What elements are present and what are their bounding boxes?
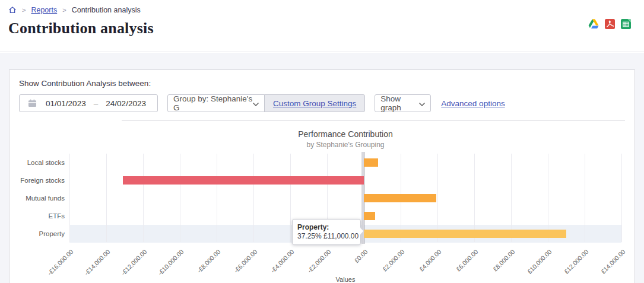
date-range-input[interactable]: 01/01/2023 – 24/02/2023 xyxy=(19,94,158,112)
chart-tooltip: Property: 37.25% £11,000.00 xyxy=(292,219,361,245)
gridline xyxy=(69,154,70,242)
group-by-value: Group by: Stephanie's G xyxy=(173,94,253,112)
gridline xyxy=(621,154,622,242)
section-divider xyxy=(122,120,625,120)
chart-canvas: Local stocksForeign stocksMutual fundsET… xyxy=(19,154,625,283)
chevron-down-icon xyxy=(419,99,425,108)
bar-property[interactable] xyxy=(364,230,566,238)
show-graph-value: Show graph xyxy=(380,94,419,112)
gridline xyxy=(511,154,512,242)
contribution-chart: Performance Contribution by Stephanie's … xyxy=(19,129,625,283)
category-label: ETFs xyxy=(19,207,65,225)
category-label: Foreign stocks xyxy=(19,171,65,189)
category-label: Property xyxy=(19,225,65,243)
breadcrumb-separator: > xyxy=(22,7,26,14)
page-header: > Reports > Contribution analysis Contri… xyxy=(0,0,644,52)
group-by-select[interactable]: Group by: Stephanie's G xyxy=(167,94,265,112)
gridline xyxy=(180,154,180,242)
date-to-value[interactable]: 24/02/2023 xyxy=(99,99,153,108)
value-axis: -£16,000.00-£14,000.00-£12,000.00-£10,00… xyxy=(69,243,621,276)
gridline xyxy=(253,154,254,242)
content-area: Show Contribution Analysis between: 01/0… xyxy=(0,53,644,283)
gridline xyxy=(437,154,438,242)
tooltip-value: 37.25% £11,000.00 xyxy=(297,232,356,240)
pdf-export-icon[interactable] xyxy=(604,18,615,29)
contribution-analysis-page: > Reports > Contribution analysis Contri… xyxy=(0,0,644,283)
show-graph-select[interactable]: Show graph xyxy=(375,94,431,112)
calendar-icon xyxy=(28,99,37,107)
gridline xyxy=(106,154,107,242)
gridline xyxy=(217,154,217,242)
date-from-value[interactable]: 01/01/2023 xyxy=(39,99,93,108)
x-axis-title: Values xyxy=(69,276,621,283)
gridline xyxy=(474,154,475,242)
breadcrumb-current: Contribution analysis xyxy=(72,6,141,14)
category-label: Local stocks xyxy=(19,154,65,171)
category-label: Mutual funds xyxy=(19,189,65,207)
breadcrumb-link-reports[interactable]: Reports xyxy=(31,6,57,14)
page-title: Contribution analysis xyxy=(8,20,636,37)
spreadsheet-export-icon[interactable] xyxy=(620,18,631,29)
bar-mutual-funds[interactable] xyxy=(364,194,436,202)
gridline xyxy=(143,154,144,242)
date-range-separator: – xyxy=(93,99,100,108)
chart-plot-area: Property: 37.25% £11,000.00 xyxy=(69,154,621,243)
filter-toolbar: 01/01/2023 – 24/02/2023 Group by: Stepha… xyxy=(19,94,625,112)
gridline xyxy=(548,154,548,242)
home-icon[interactable] xyxy=(8,6,17,14)
bar-local-stocks[interactable] xyxy=(364,158,378,167)
export-toolbar xyxy=(588,18,631,29)
chart-subtitle: by Stephanie's Grouping xyxy=(69,141,621,149)
bar-foreign-stocks[interactable] xyxy=(123,176,364,185)
bar-etfs[interactable] xyxy=(364,212,375,220)
x-tick-label: -£16,000.00 xyxy=(27,248,74,283)
custom-group-settings-button[interactable]: Custom Group Settings xyxy=(264,94,365,112)
report-card: Show Contribution Analysis between: 01/0… xyxy=(9,69,635,283)
breadcrumb-separator: > xyxy=(62,7,66,14)
chart-title: Performance Contribution xyxy=(69,129,621,139)
breadcrumb: > Reports > Contribution analysis xyxy=(8,6,636,14)
advanced-options-link[interactable]: Advanced options xyxy=(441,99,505,108)
filter-section-label: Show Contribution Analysis between: xyxy=(19,79,625,88)
chevron-down-icon xyxy=(253,99,259,108)
google-drive-export-icon[interactable] xyxy=(588,18,599,29)
gridline xyxy=(290,154,291,242)
tooltip-category: Property: xyxy=(297,223,356,231)
gridline xyxy=(585,154,585,242)
